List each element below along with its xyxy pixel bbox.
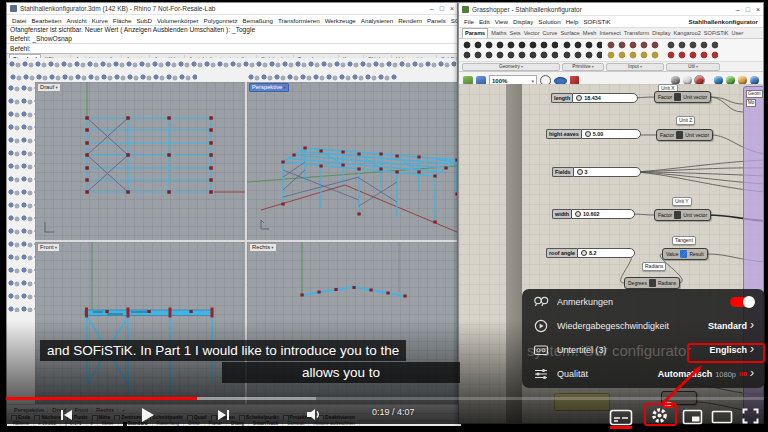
status-unit[interactable]: Meter	[98, 421, 119, 426]
status-rasterfang[interactable]: Rasterfang	[153, 421, 184, 426]
viewport-front-label[interactable]: Front	[37, 243, 60, 252]
gh-minimize-button[interactable]: –	[736, 5, 740, 14]
gh-tab-transform[interactable]: Transform	[624, 29, 649, 38]
menu-panels[interactable]: Panels	[427, 17, 446, 24]
rhino-close-button[interactable]: ×	[450, 4, 454, 13]
nav-tab-add-icon[interactable]: +	[119, 407, 128, 413]
unit-vector-component-x[interactable]: FactorUnit vector	[654, 91, 711, 103]
gh-tab-display[interactable]: Display	[652, 29, 670, 38]
ribbon-util-icons[interactable]	[666, 40, 718, 60]
ribbon-geometry-icons[interactable]	[462, 40, 558, 60]
previous-button[interactable]	[58, 408, 74, 422]
gh-tab-sofistik[interactable]: SOFiSTiK	[704, 29, 729, 38]
gh-panel-yellow[interactable]	[554, 393, 610, 411]
degrees-to-radians-component[interactable]: DegreesRadians	[624, 277, 680, 289]
gh-slider-width[interactable]: width 10.602	[552, 209, 635, 219]
menu-item-playback-speed[interactable]: Wiedergabegeschwindigkeit Standard	[522, 314, 765, 338]
gh-slider-roof-angle[interactable]: roof angle 8.2	[546, 248, 635, 258]
ribbon-primitive-icons[interactable]	[562, 40, 602, 60]
menu-polygonnetz[interactable]: Polygonnetz	[204, 17, 238, 24]
menu-kurve[interactable]: Kurve	[92, 17, 108, 24]
secondary-toolbar-icons-right[interactable]	[247, 71, 397, 82]
gh-tab-params[interactable]: Params	[462, 28, 488, 38]
viewport-top[interactable]: Drauf	[35, 82, 245, 240]
menu-subd[interactable]: SubD	[136, 17, 151, 24]
group-primitive[interactable]: Primitive	[562, 63, 604, 71]
secondary-toolbar-icons-left[interactable]	[9, 71, 197, 82]
rhino-menubar[interactable]: Datei Bearbeiten Ansicht Kurve Fläche Su…	[7, 15, 457, 26]
viewport-top-label[interactable]: Drauf	[37, 83, 61, 92]
menu-sofistik[interactable]: SOFiSTiK	[451, 17, 457, 24]
menu-analysieren[interactable]: Analysieren	[361, 17, 393, 24]
rhino-command-area[interactable]: Ofangfenster ist sichtbar. Neuer Wert ( …	[7, 26, 457, 54]
gh-close-button[interactable]: ×	[756, 5, 760, 14]
gh-ribbon[interactable]	[459, 39, 763, 62]
menu-item-annotations[interactable]: Anmerkungen	[522, 290, 765, 314]
menu-ansicht[interactable]: Ansicht	[66, 17, 86, 24]
menu-rendern[interactable]: Rendern	[398, 17, 422, 24]
gh-menu-solution[interactable]: Solution	[538, 18, 560, 25]
rhino-maximize-button[interactable]: □	[440, 4, 444, 13]
nav-tab-front[interactable]: Front	[71, 407, 92, 413]
gh-menu-display[interactable]: Display	[513, 18, 533, 25]
gh-slider-fields[interactable]: Fields 3	[552, 167, 641, 177]
menu-flaeche[interactable]: Fläche	[113, 17, 132, 24]
expression-component-tangent[interactable]: ValueResult	[662, 248, 708, 260]
menu-bearbeiten[interactable]: Bearbeiten	[31, 17, 61, 24]
menu-volumenkoerper[interactable]: Volumenkörper	[157, 17, 199, 24]
subtitles-toggle-button[interactable]	[609, 409, 633, 426]
gh-tab-kangaroo2[interactable]: Kangaroo2	[673, 29, 700, 38]
rhino-titlebar[interactable]: Stahlhallenkonfigurator.3dm (142 KB) - R…	[7, 3, 457, 15]
gh-tab-sets[interactable]: Sets	[509, 29, 520, 38]
command-prompt-input[interactable]: Befehl:	[7, 43, 457, 53]
nav-tab-rechts[interactable]: Rechts	[93, 407, 118, 413]
gh-titlebar[interactable]: Grasshopper - Stahlhallenkonfigurator – …	[459, 3, 763, 16]
unit-vector-component-y[interactable]: FactorUnit vector	[654, 209, 711, 221]
group-input[interactable]: Input	[606, 63, 664, 71]
ribbon-input-icons[interactable]	[606, 40, 662, 60]
gh-component-tabs[interactable]: Params Maths Sets Vector Curve Surface M…	[459, 28, 763, 39]
status-cplane[interactable]: KEbene	[9, 421, 34, 426]
viewport-front[interactable]: Front	[35, 242, 245, 404]
annotations-toggle[interactable]	[730, 297, 754, 307]
group-geometry[interactable]: Geometry	[462, 63, 560, 71]
menu-datei[interactable]: Datei	[12, 17, 26, 24]
menu-werkzeuge[interactable]: Werkzeuge	[325, 17, 356, 24]
gh-ribbon-group-labels[interactable]: Geometry Primitive Input Util	[459, 62, 763, 72]
status-ortho[interactable]: Ortho	[184, 421, 205, 426]
menu-bemassung[interactable]: Bemaßung	[243, 17, 273, 24]
viewport-perspective[interactable]: Perspektive	[247, 82, 457, 240]
gh-menu-edit[interactable]: Edit	[479, 18, 490, 25]
menu-transformieren[interactable]: Transformieren	[278, 17, 320, 24]
gh-tab-maths[interactable]: Maths	[491, 29, 506, 38]
gh-tab-vector[interactable]: Vector	[524, 29, 540, 38]
video-player-stage[interactable]: Stahlhallenkonfigurator.3dm (142 KB) - R…	[0, 0, 768, 432]
gh-menu-view[interactable]: View	[495, 18, 508, 25]
gh-tab-intersect[interactable]: Intersect	[599, 29, 620, 38]
gh-menu-help[interactable]: Help	[566, 18, 579, 25]
gh-tab-surface[interactable]: Surface	[560, 29, 579, 38]
volume-icon[interactable]	[305, 407, 323, 422]
gh-menu-sofistik[interactable]: SOFiSTiK	[583, 18, 610, 25]
status-smarttrack[interactable]: SmartTrack	[249, 421, 283, 426]
gh-document-button[interactable]: Stahlhallenkonfigurator	[689, 18, 758, 25]
standard-toolbar-icons[interactable]	[8, 58, 456, 70]
rhino-minimize-button[interactable]: –	[430, 4, 434, 13]
gh-tab-user[interactable]: User	[732, 29, 744, 38]
group-util[interactable]: Util	[666, 63, 720, 71]
gh-slider-length[interactable]: length 18.434	[551, 93, 638, 103]
gh-slider-hight-eaves[interactable]: hight eaves 5.00	[546, 129, 641, 139]
viewport-perspective-label[interactable]: Perspektive	[249, 83, 289, 92]
play-button[interactable]	[138, 406, 156, 424]
viewport-right-label[interactable]: Rechts	[249, 243, 277, 252]
gh-maximize-button[interactable]: □	[746, 5, 750, 14]
gh-tab-curve[interactable]: Curve	[543, 29, 558, 38]
gh-tab-mesh[interactable]: Mesh	[583, 29, 597, 38]
rhino-left-toolbar[interactable]	[7, 82, 35, 312]
nav-tab-perspektive[interactable]: Perspektive	[11, 407, 48, 413]
rhino-status-bar[interactable]: KEbene x 19.262 y -0.171 z Meter Standar…	[7, 420, 461, 426]
next-button[interactable]	[216, 408, 232, 422]
gh-menu-file[interactable]: File	[464, 18, 474, 25]
unit-vector-component-z[interactable]: FactorUnit vector	[656, 129, 713, 141]
gh-menubar[interactable]: File Edit View Display Solution Help SOF…	[459, 16, 763, 28]
